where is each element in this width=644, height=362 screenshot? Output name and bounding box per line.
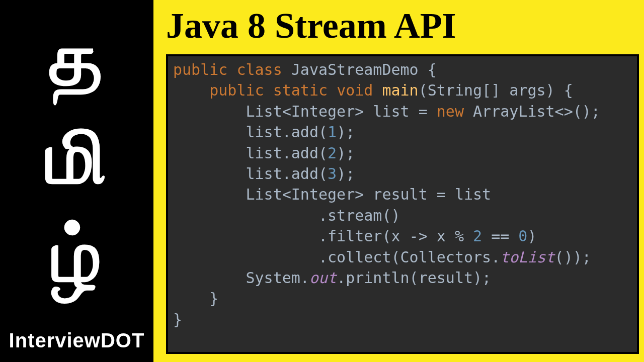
code-text: List<Integer> result = list <box>246 186 492 203</box>
static-field: out <box>309 269 337 287</box>
code-text: System. <box>246 269 309 287</box>
method-params: (String[] args) { <box>419 81 573 99</box>
code-text: == <box>482 227 518 245</box>
keyword-new: new <box>437 103 464 120</box>
brand-label: InterviewDOT <box>9 329 145 352</box>
code-text: .println(result); <box>337 269 491 287</box>
code-text: ); <box>337 144 355 162</box>
code-text: list.add( <box>246 144 328 162</box>
code-editor: public class JavaStreamDemo { public sta… <box>166 54 639 354</box>
brace-close: } <box>209 290 218 307</box>
tamil-char-2: மி <box>46 108 107 206</box>
code-text: list.add( <box>246 165 328 183</box>
keyword-class: class <box>236 61 282 78</box>
static-method: toList <box>500 248 554 266</box>
code-text: List<Integer> list = <box>246 103 437 120</box>
number-literal: 0 <box>518 227 527 245</box>
code-text: ()); <box>555 248 591 266</box>
class-name: JavaStreamDemo { <box>291 61 437 78</box>
number-literal: 3 <box>328 165 337 183</box>
code-text: ); <box>337 165 355 183</box>
page-title: Java 8 Stream API <box>166 5 456 47</box>
code-text: ); <box>337 123 355 141</box>
brace-close: } <box>173 311 182 328</box>
code-text: .filter(x -> x % <box>318 227 473 245</box>
number-literal: 1 <box>328 123 337 141</box>
code-text: ArrayList<>(); <box>464 103 600 120</box>
keyword-public: public <box>209 81 264 99</box>
tamil-char-1: த <box>50 10 103 108</box>
code-text: ) <box>527 227 536 245</box>
keyword-static: static <box>273 81 328 99</box>
code-text: .collect(Collectors. <box>318 248 500 266</box>
code-text: .stream() <box>318 207 400 224</box>
tamil-char-3: ழ் <box>52 206 102 304</box>
keyword-public: public <box>173 61 227 78</box>
keyword-void: void <box>337 81 373 99</box>
number-literal: 2 <box>473 227 482 245</box>
number-literal: 2 <box>328 144 337 162</box>
sidebar: த மி ழ் InterviewDOT <box>0 0 153 362</box>
code-text: list.add( <box>246 123 328 141</box>
tamil-label: த மி ழ் <box>46 10 107 304</box>
method-main: main <box>382 81 418 99</box>
